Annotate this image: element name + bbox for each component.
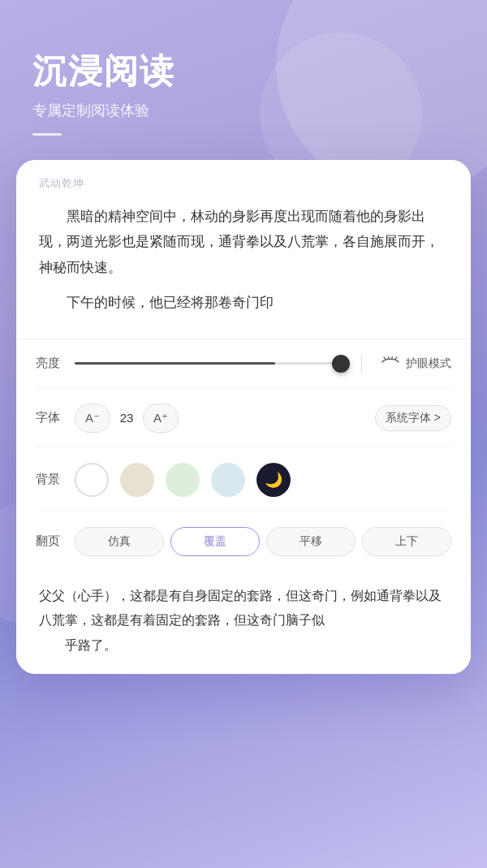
background-row: 背景 🌙 — [36, 448, 451, 512]
reader-paragraph-2: 下午的时候，他已经将那卷奇门印 — [39, 290, 448, 315]
font-increase-button[interactable]: A⁺ — [143, 404, 179, 433]
slider-track[interactable] — [75, 362, 342, 365]
font-controls: A⁻ 23 A⁺ 系统字体 > — [75, 404, 451, 433]
main-card: 武动乾坤 黑暗的精神空间中，林动的身影再度出现而随着他的身影出现，两道光影也是紧… — [16, 160, 471, 674]
bg-option-white[interactable] — [75, 463, 109, 497]
pageturn-row: 翻页 仿真 覆盖 平移 上下 — [36, 512, 451, 571]
header: 沉浸阅读 专属定制阅读体验 — [0, 0, 487, 160]
brightness-slider-container[interactable] — [75, 362, 342, 365]
moon-icon: 🌙 — [265, 471, 282, 489]
slider-fill — [75, 362, 275, 365]
bottom-paragraph-1: 父父（心手），这都是有自身固定的套路，但这奇门，例如通背拳以及八荒掌，这都是有着… — [39, 584, 448, 633]
pageturn-updown[interactable]: 上下 — [362, 527, 451, 556]
background-label: 背景 — [36, 472, 65, 487]
font-row: 字体 A⁻ 23 A⁺ 系统字体 > — [36, 389, 451, 448]
bottom-content: 父父（心手），这都是有自身固定的套路，但这奇门，例如通背拳以及八荒掌，这都是有着… — [39, 584, 448, 658]
background-options: 🌙 — [75, 463, 451, 497]
page-title: 沉浸阅读 — [32, 49, 455, 94]
page-subtitle: 专属定制阅读体验 — [32, 101, 455, 120]
font-label: 字体 — [36, 410, 65, 425]
settings-panel: 亮度 护眼模式 — [16, 339, 471, 571]
pageturn-simulated[interactable]: 仿真 — [75, 527, 164, 556]
reader-content: 黑暗的精神空间中，林动的身影再度出现而随着他的身影出现，两道光影也是紧随而现，通… — [39, 204, 448, 316]
reader-paragraph-1: 黑暗的精神空间中，林动的身影再度出现而随着他的身影出现，两道光影也是紧随而现，通… — [39, 204, 448, 280]
brightness-row: 亮度 护眼模式 — [36, 339, 451, 389]
bg-option-night[interactable]: 🌙 — [256, 463, 291, 497]
eye-mode-toggle[interactable]: 护眼模式 — [381, 355, 451, 372]
bg-option-green[interactable] — [166, 463, 200, 497]
pageturn-slide[interactable]: 平移 — [266, 527, 356, 556]
bg-option-beige[interactable] — [120, 463, 154, 497]
font-decrease-button[interactable]: A⁻ — [75, 404, 110, 433]
brightness-divider — [361, 354, 362, 374]
bg-option-blue[interactable] — [211, 463, 245, 497]
book-title: 武动乾坤 — [39, 176, 448, 191]
bottom-text-area: 父父（心手），这都是有自身固定的套路，但这奇门，例如通背拳以及八荒掌，这都是有着… — [16, 571, 471, 674]
eye-mode-label: 护眼模式 — [406, 356, 451, 371]
slider-thumb[interactable] — [332, 355, 350, 373]
pageturn-cover[interactable]: 覆盖 — [170, 527, 260, 556]
brightness-label: 亮度 — [36, 356, 65, 371]
pageturn-label: 翻页 — [36, 533, 65, 549]
pageturn-options: 仿真 覆盖 平移 上下 — [75, 527, 451, 556]
font-size-value: 23 — [117, 411, 136, 425]
reader-area: 武动乾坤 黑暗的精神空间中，林动的身影再度出现而随着他的身影出现，两道光影也是紧… — [16, 160, 471, 339]
bottom-paragraph-2: 乎路了。 — [39, 633, 448, 658]
header-divider — [32, 133, 62, 136]
font-family-button[interactable]: 系统字体 > — [375, 405, 451, 431]
eye-icon — [381, 355, 399, 372]
